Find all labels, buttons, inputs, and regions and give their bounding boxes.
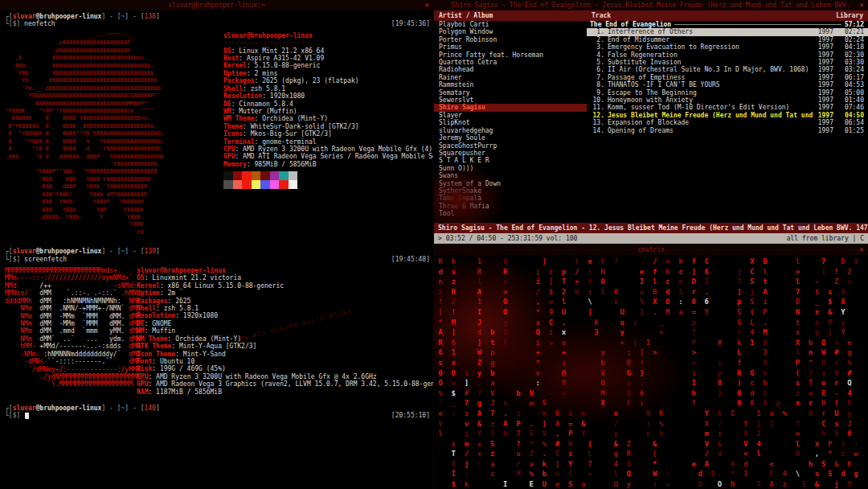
- track-row[interactable]: 8.THANATOS -IF I CAN'T BE YOURS199704:53: [587, 81, 868, 88]
- info-field: Font: Ubuntu 10: [137, 358, 433, 365]
- track-pane: The End of Evangelion 57:12 1.Interferen…: [587, 21, 868, 223]
- artist-item[interactable]: Sematary: [434, 89, 587, 97]
- album-separator-line: [674, 24, 841, 25]
- artist-item[interactable]: Radiohead: [434, 66, 587, 73]
- close-icon[interactable]: ✕: [425, 0, 429, 10]
- track-row[interactable]: 12.Jesus Bleibet Meine Freude (Herz und …: [587, 112, 868, 119]
- track-row[interactable]: 11.Komm, susser Tod (M-10 Director's Edi…: [587, 104, 868, 111]
- info-field: DE: Cinnamon 5.8.4: [223, 101, 433, 108]
- cmus-window-title: Shiro Sagisu - The End of Evangelion - J…: [452, 2, 851, 9]
- info-field: WM Theme: Orchidea (Mint-Y): [137, 335, 433, 343]
- track-row[interactable]: 14.Opening of Dreams199701:25: [587, 127, 868, 134]
- artist-item[interactable]: sluvarhedgehag: [434, 127, 587, 134]
- info-field: OS: Linuxmint 21.2 victoria: [137, 274, 433, 281]
- artist-item[interactable]: Polygon Window: [434, 28, 587, 35]
- artist-item[interactable]: S T A L K E R: [434, 157, 587, 164]
- cmus-command-line[interactable]: > 03:52 / 04:50 - 253:31:59 vol: 100 all…: [434, 233, 868, 244]
- artist-item[interactable]: Squarepusher: [434, 150, 587, 157]
- artist-item[interactable]: SlipKnot: [434, 119, 587, 126]
- screenfetch-info: sluvar@bruhpooper-linux OS: Linuxmint 21…: [137, 267, 433, 396]
- track-row[interactable]: 6.II Air (Orchestral Suite No.3 In D Maj…: [587, 66, 868, 73]
- info-field: Memory: 985MiB / 5856MiB: [223, 161, 433, 168]
- cmatrix-window: cmatrix ✕ K k 1 Q ] t e F ? / < k f C X …: [434, 244, 868, 489]
- info-field: WM: Mutter (Muffin): [223, 108, 433, 115]
- track-row[interactable]: 13.Expansion of Blockade199706:54: [587, 119, 868, 126]
- info-field: Icons: Mkos-Big-Sur [GTK2/3]: [223, 130, 433, 138]
- playback-position: > 03:52 / 04:50 - 253:31:59 vol: 100: [438, 233, 577, 244]
- artist-item[interactable]: Jeremy Soule: [434, 134, 587, 142]
- terminal-color-palette: [223, 171, 433, 189]
- command-line-screenfetch: └[$] screenfetch[19:45:48]: [0, 256, 433, 263]
- info-field: WM: Muffin: [137, 327, 433, 335]
- screenfetch-output: MMMMMMMMMMMMMMMMMMMMMMMMMmds+.MMm----::-…: [0, 267, 433, 396]
- info-field: Host: Aspire A315-42 V1.09: [223, 55, 433, 62]
- cmus-status-bar: Shiro Sagisu - The End of Evangelion - 1…: [434, 223, 868, 233]
- prompt-line-140: ┌[sluvar@bruhpooper-linux] - [~] - [140]: [0, 405, 433, 412]
- cmatrix-window-title: cmatrix: [637, 246, 665, 253]
- palette-row-1: [223, 171, 433, 180]
- artist-item[interactable]: Playboi Carti: [434, 21, 587, 28]
- info-field: Kernel: 5.15.0-88-generic: [223, 62, 433, 69]
- track-row[interactable]: 7.Passage of Emptiness199706:17: [587, 74, 868, 81]
- artist-item[interactable]: Rammstein: [434, 81, 587, 88]
- artist-item[interactable]: Tame Impala: [434, 195, 587, 202]
- track-row[interactable]: 2.End of Midsummer199702:24: [587, 36, 868, 43]
- timestamp: [20:55:10]: [391, 412, 430, 419]
- info-field: RAM: 1187MiB / 5856MiB: [137, 388, 433, 396]
- cmus-column-header: Artist / Album Track Library: [434, 10, 868, 21]
- artist-item[interactable]: Sunn O))): [434, 165, 587, 172]
- album-duration: 57:12: [845, 21, 864, 28]
- prompt-line-139: ┌[sluvar@bruhpooper-linux] - [~] - [139]: [0, 248, 433, 255]
- track-row[interactable]: 5.Substitute Invasion199703:30: [587, 59, 868, 66]
- info-field: Resolution: 1920x1080: [223, 92, 433, 100]
- artist-item[interactable]: Primus: [434, 43, 587, 51]
- palette-row-2: [223, 180, 433, 189]
- artist-item[interactable]: Tool: [434, 210, 587, 217]
- mint-ascii-art: MMMMMMMMMMMMMMMMMMMMMMMMMmds+.MMm----::-…: [0, 267, 133, 388]
- artist-item[interactable]: Swans: [434, 172, 587, 179]
- close-icon[interactable]: ✕: [860, 0, 864, 10]
- info-field: Packages: 2625 (dpkg), 23 (flatpak): [223, 77, 433, 84]
- nerv-ascii-art: __..--""""--.. .o8888888888888888888P' .…: [0, 32, 219, 236]
- artist-item[interactable]: SpaceGhostPurrp: [434, 142, 587, 150]
- column-track: Track: [592, 12, 836, 19]
- info-field: Shell: zsh 5.8.1: [223, 85, 433, 92]
- terminal-title: sluvar@bruhpooper-linux:~: [168, 2, 264, 9]
- terminal-titlebar[interactable]: sluvar@bruhpooper-linux:~ ✕: [0, 0, 433, 10]
- track-row[interactable]: 10.Honeymoon with Anxiety199701:40: [587, 97, 868, 104]
- info-field: Shell: zsh 5.8.1: [137, 305, 433, 312]
- screenfetch-header: sluvar@bruhpooper-linux: [137, 267, 433, 274]
- artist-item[interactable]: Slayer: [434, 112, 587, 119]
- info-field: Uptime: 2 mins: [223, 70, 433, 77]
- artist-item[interactable]: SytherSnake: [434, 187, 587, 195]
- info-field: GPU: AMD ATI Radeon Vega Series / Radeon…: [223, 153, 433, 160]
- neofetch-info: sluvar@bruhpooper-linux ----------------…: [223, 32, 433, 189]
- desktop: sluvar@bruhpooper-linux:~ ✕ IN HIS HEAVE…: [0, 0, 868, 489]
- track-row[interactable]: 4.False Regeneration199702:30: [587, 51, 868, 59]
- info-field: DE: GNOME: [137, 320, 433, 327]
- active-command-line[interactable]: └[$] [20:55:10]: [0, 412, 433, 419]
- artist-item[interactable]: System of a Down: [434, 180, 587, 187]
- info-field: Theme: WhiteSur-Dark-solid [GTK2/3]: [223, 123, 433, 130]
- artist-item[interactable]: Three 6 Mafia: [434, 203, 587, 210]
- artist-item[interactable]: Rainer: [434, 74, 587, 81]
- cmus-titlebar[interactable]: Shiro Sagisu - The End of Evangelion - J…: [434, 0, 868, 10]
- artist-item[interactable]: Quartetto Cetra: [434, 59, 587, 66]
- track-row[interactable]: 1.Interference of Others199702:21: [587, 28, 868, 35]
- info-field: OS: Linux Mint 21.2 x86_64: [223, 47, 433, 55]
- artist-item[interactable]: Porter Robinson: [434, 36, 587, 43]
- timestamp: [19:45:48]: [391, 256, 430, 263]
- artist-item[interactable]: Prince Fatty feat. Horseman: [434, 51, 587, 59]
- album-row[interactable]: The End of Evangelion 57:12: [587, 21, 868, 28]
- cmatrix-titlebar[interactable]: cmatrix ✕: [434, 244, 868, 255]
- close-icon[interactable]: ✕: [860, 244, 864, 255]
- info-field: Uptime: 2m: [137, 290, 433, 297]
- column-artist-album: Artist / Album: [434, 12, 592, 19]
- track-row[interactable]: 9.Escape to The Beginning199705:00: [587, 89, 868, 97]
- artist-item[interactable]: Shiro Sagisu: [434, 104, 587, 111]
- cmus-window: Shiro Sagisu - The End of Evangelion - J…: [434, 0, 868, 244]
- neofetch-fields: OS: Linux Mint 21.2 x86_64Host: Aspire A…: [223, 47, 433, 169]
- timestamp: [19:45:36]: [391, 20, 430, 27]
- info-field: GPU: AMD Radeon Vega 3 Graphics (raven2,…: [137, 380, 433, 388]
- track-row[interactable]: 3.Emergency Evacuation to Regression1997…: [587, 43, 868, 51]
